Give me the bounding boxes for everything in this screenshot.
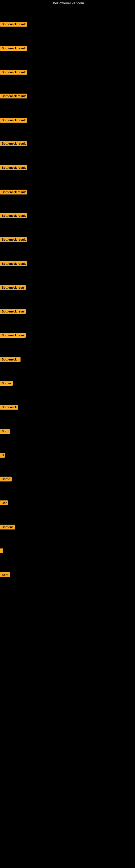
bottleneck-result-row: Bottleneck result (0, 22, 27, 28)
bottleneck-result-row: Bottl (0, 429, 10, 435)
bottleneck-result-badge[interactable]: Bottleneck result (0, 261, 27, 266)
bottleneck-result-row: Bottleneck resu (0, 309, 26, 315)
bottleneck-result-badge[interactable]: Bottler (0, 381, 13, 386)
bottleneck-result-row: Bottleneck result (0, 141, 27, 147)
bottleneck-result-row: Bottler (0, 381, 13, 387)
bottleneck-result-row: Bottleneck resu (0, 285, 26, 291)
bottleneck-result-badge[interactable]: B (0, 453, 5, 458)
bottleneck-result-badge[interactable]: Bottleneck result (0, 70, 27, 74)
bottleneck-result-row: Bottl (0, 572, 10, 578)
bottleneck-result-badge[interactable]: Bottleneck (0, 405, 18, 410)
bottleneck-result-badge[interactable]: Bottleneck result (0, 22, 27, 27)
bottleneck-result-badge[interactable]: Bottleneck result (0, 118, 27, 123)
bottleneck-result-badge[interactable]: Bottleneck result (0, 165, 27, 170)
bottleneck-result-badge[interactable]: Bottleneck result (0, 46, 27, 51)
bottleneck-result-row: Bot (0, 500, 8, 506)
bottleneck-result-row: Bottleneck result (0, 46, 27, 52)
bottleneck-result-row: Bottlene (0, 525, 15, 531)
bottleneck-result-badge[interactable]: Bottleneck resu (0, 285, 26, 290)
bottleneck-result-row: Bottleneck result (0, 70, 27, 76)
bottleneck-result-badge[interactable]: Bottleneck result (0, 213, 27, 218)
bottleneck-result-badge[interactable]: Bottleneck resu (0, 333, 26, 338)
bottleneck-result-badge[interactable]: Bottlene (0, 525, 15, 529)
bottleneck-result-badge[interactable]: Bottleneck result (0, 190, 27, 194)
bottleneck-result-badge[interactable]: | (0, 549, 3, 553)
bottleneck-result-row: Bottleneck result (0, 190, 27, 195)
bottleneck-result-row: | (0, 549, 3, 554)
bottleneck-result-row: Bottle (0, 476, 12, 483)
bottleneck-result-row: Bottleneck result (0, 94, 27, 99)
bottleneck-result-badge[interactable]: Bot (0, 500, 8, 505)
bottleneck-result-badge[interactable]: Bottleneck r (0, 357, 20, 362)
bottleneck-result-badge[interactable]: Bottl (0, 429, 10, 434)
bottleneck-result-row: Bottleneck result (0, 261, 27, 267)
bottleneck-result-row: Bottleneck result (0, 165, 27, 171)
bottleneck-result-row: Bottleneck result (0, 118, 27, 124)
bottleneck-result-row: B (0, 453, 5, 459)
bottleneck-result-row: Bottleneck result (0, 213, 27, 219)
bottleneck-result-badge[interactable]: Bottle (0, 476, 12, 482)
bottleneck-result-badge[interactable]: Bottleneck result (0, 141, 27, 146)
bottleneck-result-badge[interactable]: Bottl (0, 572, 10, 577)
bottleneck-result-row: Bottleneck resu (0, 333, 26, 339)
bottleneck-result-row: Bottleneck result (0, 237, 27, 243)
bottleneck-result-badge[interactable]: Bottleneck result (0, 94, 27, 98)
bottleneck-result-row: Bottleneck (0, 405, 18, 411)
bottleneck-result-row: Bottleneck r (0, 357, 20, 363)
bottleneck-result-badge[interactable]: Bottleneck resu (0, 309, 26, 314)
site-title: TheBottlenecker.com (0, 0, 135, 6)
bottleneck-result-badge[interactable]: Bottleneck result (0, 237, 27, 242)
